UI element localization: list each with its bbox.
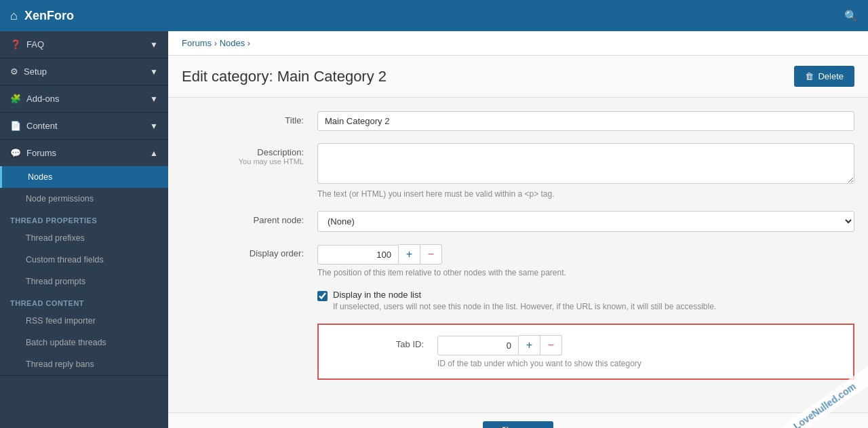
chevron-down-icon: ▼: [150, 67, 158, 77]
home-icon[interactable]: ⌂: [10, 9, 18, 23]
tab-id-input[interactable]: [437, 336, 519, 355]
breadcrumb-sep2: ›: [248, 38, 250, 48]
page-header: Edit category: Main Category 2 🗑 Delete: [168, 56, 868, 98]
breadcrumb-sep1: ›: [214, 38, 220, 48]
sidebar-section-setup: ⚙Setup ▼: [0, 58, 168, 85]
display-node-list-checkbox-row: Display in the node list If unselected, …: [317, 290, 854, 311]
sidebar-item-setup[interactable]: ⚙Setup ▼: [0, 58, 168, 85]
save-bar: 💾 Save: [168, 412, 868, 428]
chevron-down-icon: ▼: [150, 121, 158, 131]
content-area: Forums › Nodes › Edit category: Main Cat…: [168, 31, 868, 428]
form-row-description: Description: You may use HTML The text (…: [182, 143, 854, 199]
title-label: Title:: [182, 111, 317, 125]
search-icon[interactable]: 🔍: [844, 9, 858, 22]
sidebar-subheader-thread-properties: Thread properties: [0, 210, 168, 227]
chevron-down-icon: ▼: [150, 40, 158, 50]
sidebar-item-faq[interactable]: ❓FAQ ▼: [0, 31, 168, 58]
save-button[interactable]: 💾 Save: [483, 421, 554, 428]
display-order-hint: The position of this item relative to ot…: [317, 268, 854, 277]
tab-id-box: Tab ID: + − ID of the tab under which yo…: [317, 324, 854, 380]
parent-node-select[interactable]: (None): [317, 211, 854, 232]
description-label: Description: You may use HTML: [182, 143, 317, 166]
sidebar-section-content: 📄Content ▼: [0, 113, 168, 140]
sidebar-item-thread-prefixes[interactable]: Thread prefixes: [0, 227, 168, 249]
display-order-input[interactable]: [317, 245, 399, 265]
sidebar: ❓FAQ ▼ ⚙Setup ▼ 🧩Add-ons ▼ 📄Content ▼: [0, 31, 168, 428]
display-order-label: Display order:: [182, 244, 317, 258]
parent-node-label: Parent node:: [182, 211, 317, 225]
form-row-display-order: Display order: + − The position of this …: [182, 244, 854, 277]
sidebar-item-nodes[interactable]: Nodes: [0, 166, 168, 188]
breadcrumb: Forums › Nodes ›: [168, 31, 868, 56]
brand-logo: XenForo: [24, 9, 74, 23]
form-row-parent-node: Parent node: (None): [182, 211, 854, 232]
sidebar-item-content[interactable]: 📄Content ▼: [0, 113, 168, 139]
delete-button[interactable]: 🗑 Delete: [794, 66, 854, 87]
form-area: Title: Description: You may use HTML The…: [168, 98, 868, 412]
sidebar-item-addons[interactable]: 🧩Add-ons ▼: [0, 85, 168, 112]
display-node-list-checkbox[interactable]: [317, 291, 328, 301]
trash-icon: 🗑: [805, 71, 814, 81]
tab-id-label: Tab ID:: [396, 339, 424, 349]
sidebar-item-rss-feed-importer[interactable]: RSS feed importer: [0, 310, 168, 332]
breadcrumb-nodes[interactable]: Nodes: [220, 38, 245, 48]
topbar: ⌂ XenForo 🔍: [0, 0, 868, 31]
tab-id-decrement[interactable]: −: [540, 335, 562, 355]
chevron-down-icon: ▼: [150, 94, 158, 104]
sidebar-item-thread-reply-bans[interactable]: Thread reply bans: [0, 353, 168, 375]
title-input[interactable]: [317, 111, 854, 131]
tab-id-increment[interactable]: +: [519, 335, 540, 355]
sidebar-item-node-permissions[interactable]: Node permissions: [0, 188, 168, 210]
display-order-increment[interactable]: +: [399, 244, 420, 265]
breadcrumb-forums[interactable]: Forums: [182, 38, 212, 48]
tab-id-hint: ID of the tab under which you want to sh…: [437, 359, 642, 368]
sidebar-item-batch-update-threads[interactable]: Batch update threads: [0, 332, 168, 353]
sidebar-item-forums[interactable]: 💬Forums ▲: [0, 140, 168, 166]
sidebar-section-addons: 🧩Add-ons ▼: [0, 85, 168, 113]
sidebar-section-forums: 💬Forums ▲ Nodes Node permissions Thread …: [0, 140, 168, 376]
chevron-up-icon: ▲: [150, 149, 158, 158]
page-title: Edit category: Main Category 2: [182, 68, 387, 85]
form-row-tab-id: Tab ID: + − ID of the tab under which yo…: [182, 324, 854, 387]
display-order-decrement[interactable]: −: [420, 244, 442, 265]
form-row-display-node-list: Display in the node list If unselected, …: [182, 290, 854, 311]
description-hint: The text (or HTML) you insert here must …: [317, 189, 854, 199]
tab-id-group: + −: [437, 335, 642, 355]
sidebar-subheader-thread-content: Thread content: [0, 292, 168, 310]
description-input[interactable]: [317, 143, 854, 184]
sidebar-item-thread-prompts[interactable]: Thread prompts: [0, 271, 168, 292]
sidebar-item-custom-thread-fields[interactable]: Custom thread fields: [0, 249, 168, 271]
display-node-list-hint: If unselected, users will not see this n…: [333, 302, 716, 311]
form-row-title: Title:: [182, 111, 854, 131]
display-node-list-label[interactable]: Display in the node list: [333, 290, 421, 300]
sidebar-section-faq: ❓FAQ ▼: [0, 31, 168, 58]
display-order-group: + −: [317, 244, 854, 265]
